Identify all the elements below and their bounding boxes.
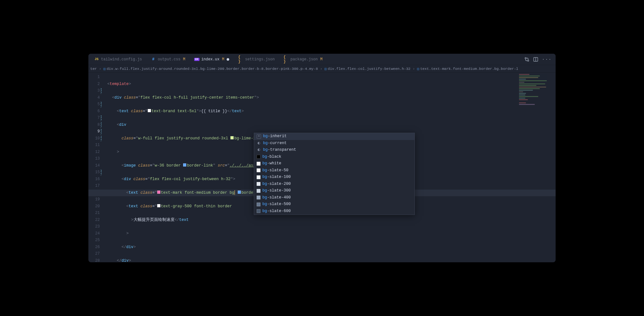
json-icon: { }: [238, 57, 243, 62]
breadcrumb-part[interactable]: text.text-mark.font-medium.border.bg.bor…: [420, 67, 518, 71]
tab-tailwind-config[interactable]: JS tailwind.config.js: [90, 54, 146, 65]
breadcrumb-part[interactable]: div.flex.flex-col.justify-between.h-32: [328, 67, 410, 71]
tab-package-json[interactable]: { } package.json M: [279, 54, 327, 65]
more-icon[interactable]: ···: [542, 57, 552, 62]
autocomplete-item[interactable]: bg-white: [254, 160, 414, 167]
tab-label: index.ux: [201, 57, 220, 62]
color-swatch-icon: [257, 162, 260, 166]
split-editor-icon[interactable]: [533, 57, 538, 62]
color-swatch-icon: [257, 189, 260, 193]
svg-point-0: [525, 58, 526, 59]
tab-label: tailwind.config.js: [101, 57, 142, 62]
tab-settings-json[interactable]: { } settings.json: [234, 54, 279, 65]
autocomplete-item[interactable]: bg-slate-100: [254, 174, 414, 181]
text-cursor: [235, 190, 235, 195]
color-swatch-icon: [230, 136, 234, 139]
color-swatch-icon: [257, 196, 260, 199]
autocomplete-item[interactable]: bg-black: [254, 154, 414, 161]
color-swatch-icon: [157, 191, 160, 194]
chevron-right-icon: ›: [99, 67, 101, 71]
line-gutter: 1234 5678 9101112 13141516 17181920 2122…: [88, 73, 104, 262]
color-swatch-icon: [257, 203, 260, 206]
color-swatch-icon: [257, 182, 260, 186]
breadcrumb-part[interactable]: div.w-full.flex.justify-around.rounded-3…: [107, 67, 318, 71]
color-swatch-icon: [148, 109, 151, 112]
autocomplete-popup: ≡bg-inherit◐bg-current◐bg-transparentbg-…: [254, 133, 415, 215]
color-swatch-icon: [157, 204, 160, 207]
autocomplete-item[interactable]: bg-slate-400: [254, 194, 414, 201]
color-swatch-icon: [257, 175, 260, 179]
color-swatch-icon: [238, 191, 241, 194]
autocomplete-item[interactable]: bg-slate-200: [254, 181, 414, 188]
palette-icon: ◐: [257, 141, 261, 145]
symbol-icon: ◫: [104, 67, 105, 71]
dirty-dot-icon: [227, 58, 229, 61]
autocomplete-item[interactable]: bg-slate-300: [254, 187, 414, 194]
svg-point-1: [528, 60, 529, 61]
autocomplete-item[interactable]: bg-slate-500: [254, 201, 414, 208]
symbol-icon: ◫: [417, 67, 419, 71]
autocomplete-item[interactable]: ≡bg-inherit: [254, 133, 414, 140]
tab-label: package.json: [290, 57, 318, 62]
color-swatch-icon: [257, 168, 260, 172]
breadcrumb-leading: ter: [90, 67, 97, 71]
chevron-right-icon: ›: [320, 67, 322, 71]
tab-modified: M: [183, 57, 185, 62]
tab-bar: JS tailwind.config.js # output.css M UX …: [88, 54, 556, 65]
json-icon: { }: [283, 57, 289, 62]
tab-label: output.css: [158, 57, 181, 62]
autocomplete-item[interactable]: bg-slate-600: [254, 208, 414, 215]
tab-modified: M: [320, 57, 323, 62]
tab-index-ux[interactable]: UX index.ux M: [190, 54, 234, 65]
tab-label: settings.json: [245, 57, 275, 62]
color-swatch-icon: [183, 163, 186, 167]
ux-icon: UX: [194, 58, 200, 61]
palette-icon: ◐: [257, 148, 261, 152]
css-icon: #: [151, 57, 156, 62]
autocomplete-item[interactable]: bg-slate-50: [254, 167, 414, 174]
keyword-icon: ≡: [257, 134, 261, 139]
code-area[interactable]: <template> <div class="flex flex-col h-f…: [104, 73, 556, 262]
color-swatch-icon: [257, 155, 260, 159]
tab-modified: M: [222, 57, 224, 62]
symbol-icon: ◫: [325, 67, 326, 71]
git-compare-icon[interactable]: [524, 57, 529, 62]
autocomplete-item[interactable]: ◐bg-current: [254, 140, 414, 147]
minimap[interactable]: [519, 74, 554, 131]
chevron-right-icon: ›: [413, 67, 415, 71]
autocomplete-item[interactable]: ◐bg-transparent: [254, 147, 414, 154]
tab-output-css[interactable]: # output.css M: [146, 54, 190, 65]
editor[interactable]: 1234 5678 9101112 13141516 17181920 2122…: [88, 73, 556, 262]
js-icon: JS: [94, 57, 99, 62]
color-swatch-icon: [257, 209, 260, 213]
breadcrumb[interactable]: ter › ◫ div.w-full.flex.justify-around.r…: [88, 65, 556, 73]
editor-window: JS tailwind.config.js # output.css M UX …: [88, 54, 556, 262]
